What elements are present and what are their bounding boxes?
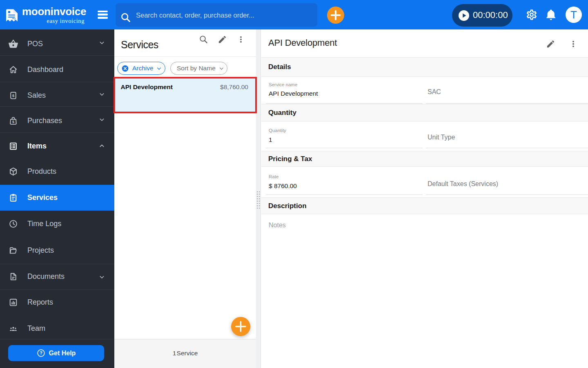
svg-text:$: $ xyxy=(12,119,14,123)
svg-text:$: $ xyxy=(12,93,15,98)
svg-text:?: ? xyxy=(40,350,42,355)
